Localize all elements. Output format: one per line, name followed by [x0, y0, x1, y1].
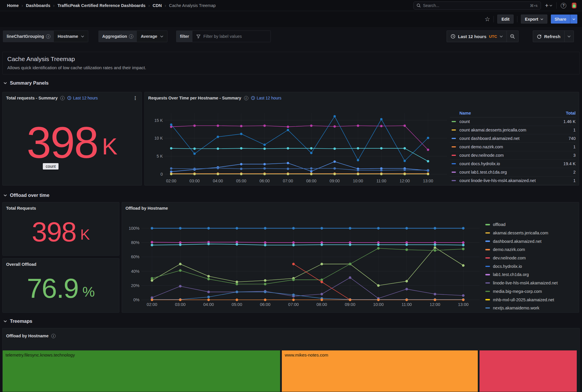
panel-time-badge[interactable]: Last 12 hours [67, 96, 98, 100]
legend-series-total: 740 [569, 136, 576, 141]
chevron-down-icon [3, 194, 7, 197]
section-treemaps[interactable]: Treemaps [3, 318, 32, 324]
variable-value-dropdown[interactable]: Hostname [54, 31, 88, 42]
panel-menu-kebab[interactable]: ⋮ [133, 95, 138, 101]
search-input[interactable]: Search... ⌘+k [413, 1, 541, 10]
search-icon [417, 3, 421, 8]
legend-name-header[interactable]: Name [459, 111, 566, 115]
treemap-block-telemetry-filesync-knows-technology[interactable]: telemetry.filesync.knows.technology [3, 350, 280, 392]
legend-item[interactable]: dev.neilnode.com [485, 254, 577, 262]
info-icon[interactable]: i [51, 334, 56, 338]
breadcrumb-item-cdn[interactable]: CDN [153, 3, 162, 8]
chevron-down-icon [572, 18, 575, 20]
series-color-chip [485, 307, 490, 309]
info-icon[interactable]: i [46, 34, 50, 39]
series-color-chip [485, 299, 490, 300]
series-color-chip [452, 172, 456, 173]
svg-text:12:00: 12:00 [399, 179, 410, 183]
section-offload-over-time[interactable]: Offload over time [3, 193, 49, 198]
legend-series-name: count lab1.test.ch1da.org [459, 170, 573, 174]
page-description: Allows quick identification of low cache… [7, 65, 575, 70]
breadcrumb-separator: › [22, 3, 23, 8]
divider [517, 16, 517, 22]
legend-row[interactable]: count akamai.desserts.jericalla.com1 [450, 126, 576, 134]
legend-series-name: count [459, 119, 563, 124]
zoom-out-button[interactable] [507, 31, 518, 42]
section-summary-panels[interactable]: Summary Panels [3, 80, 49, 86]
stat-tooltip-count: count [43, 163, 59, 170]
legend-item[interactable]: dashboard.akamaized.net [485, 237, 577, 245]
legend-item[interactable]: offload [485, 220, 577, 229]
info-icon[interactable]: i [129, 34, 133, 39]
export-button[interactable]: Export [521, 15, 547, 24]
add-button[interactable]: + [545, 2, 552, 9]
legend-series-name: count dashboard.akamaized.net [459, 136, 569, 141]
legend-row[interactable]: count lab1.test.ch1da.org2 [450, 168, 576, 177]
share-menu-caret[interactable] [570, 15, 577, 24]
breadcrumb-separator: › [165, 3, 166, 8]
legend-series-total: 1 [573, 178, 576, 183]
refresh-interval-caret[interactable] [565, 31, 574, 42]
chevron-down-icon [549, 5, 552, 6]
legend-series-total: 2 [573, 170, 576, 174]
legend-row[interactable]: count1.46 K [450, 117, 576, 126]
panel-requests-over-time: Requests Over Time per Hostname - Summar… [144, 92, 579, 186]
variable-linechartgrouping: lineChartGroupingi Hostname [3, 31, 88, 42]
help-button[interactable]: ? [561, 3, 566, 8]
legend-row[interactable]: count dashboard.akamaized.net740 [450, 134, 576, 143]
time-range-picker[interactable]: Last 12 hours UTC [447, 31, 507, 42]
edit-button[interactable]: Edit [497, 15, 513, 24]
breadcrumb-item-dashboards[interactable]: Dashboards [26, 3, 50, 8]
legend-item[interactable]: lab1.test.ch1da.org [485, 270, 577, 279]
legend-item[interactable]: docs.hydrolix.io [485, 262, 577, 270]
breadcrumb-item-home[interactable]: Home [7, 3, 19, 8]
svg-text:09:00: 09:00 [345, 302, 355, 307]
dashboard-controls: lineChartGroupingi Hostname Aggregationi… [0, 27, 582, 45]
variable-label: Aggregationi [99, 31, 137, 42]
treemap-block-www-mikes-notes-com[interactable]: www.mikes-notes.com [282, 350, 478, 392]
panel-total-requests-summary: Total requests - Summary i Last 12 hours… [2, 92, 142, 186]
legend-item[interactable]: mhb-mxl-ull-2025.akamaized.net [485, 295, 577, 304]
legend-item[interactable]: linode-live-hls-msl4.akamaized.net [485, 279, 577, 287]
legend-item[interactable]: nextjs.akamaidemo.work [485, 304, 577, 312]
legend-item[interactable]: demo.nazirk.com [485, 245, 577, 254]
panel-offload-treemap: Offload by Hostname i telemetry.filesync… [2, 328, 580, 392]
legend-row[interactable]: count demo.nazirk.com1 [450, 143, 576, 151]
info-icon[interactable]: i [60, 96, 65, 100]
svg-text:0: 0 [160, 172, 163, 177]
svg-text:05:00: 05:00 [231, 302, 242, 307]
variable-value-dropdown[interactable]: Average [137, 31, 167, 42]
legend-series-name: docs.hydrolix.io [493, 264, 522, 269]
user-avatar[interactable] [570, 2, 578, 9]
info-icon[interactable]: i [244, 96, 248, 100]
legend-total-header[interactable]: Total [566, 111, 576, 115]
legend-row[interactable]: count linode-live-hls-msl4.akamaized.net… [450, 177, 576, 185]
svg-text:08:00: 08:00 [316, 302, 327, 307]
legend-series-name: count demo.nazirk.com [459, 145, 573, 149]
filter-label: filter [176, 31, 192, 42]
svg-text:05:00: 05:00 [236, 179, 246, 183]
series-color-chip [485, 249, 490, 250]
svg-text:15 K: 15 K [154, 118, 163, 123]
label-filter-input[interactable]: Filter by label values [192, 31, 270, 42]
share-button[interactable]: Share [551, 15, 570, 24]
legend-series-name: count linode-live-hls-msl4.akamaized.net [459, 178, 573, 183]
legend-item[interactable]: akamai.desserts.jericalla.com [485, 229, 577, 237]
chevron-down-icon [540, 18, 543, 20]
legend-row[interactable]: count dev.neilnode.com3 [450, 151, 576, 160]
clock-icon [451, 34, 455, 39]
treemap-block[interactable] [480, 350, 577, 392]
timezone-label: UTC [489, 34, 497, 39]
panel-time-badge[interactable]: Last 12 hours [251, 96, 282, 100]
breadcrumb: Home›Dashboards›TrafficPeak Certified Re… [7, 3, 216, 8]
legend-series-name: count akamai.desserts.jericalla.com [459, 128, 573, 132]
breadcrumb-item-trafficpeak-certified-reference-dashboards[interactable]: TrafficPeak Certified Reference Dashboar… [57, 3, 145, 8]
refresh-button[interactable]: Refresh [533, 31, 564, 42]
panel-title: Requests Over Time per Hostname - Summar… [148, 96, 241, 100]
svg-text:10 K: 10 K [154, 136, 163, 140]
zoom-out-icon [510, 34, 515, 39]
series-color-chip [452, 129, 456, 131]
legend-row[interactable]: count docs.hydrolix.io19.4 K [450, 160, 576, 168]
favorite-star-icon[interactable]: ☆ [485, 16, 490, 22]
legend-item[interactable]: media.big-mega-corp.com [485, 287, 577, 296]
